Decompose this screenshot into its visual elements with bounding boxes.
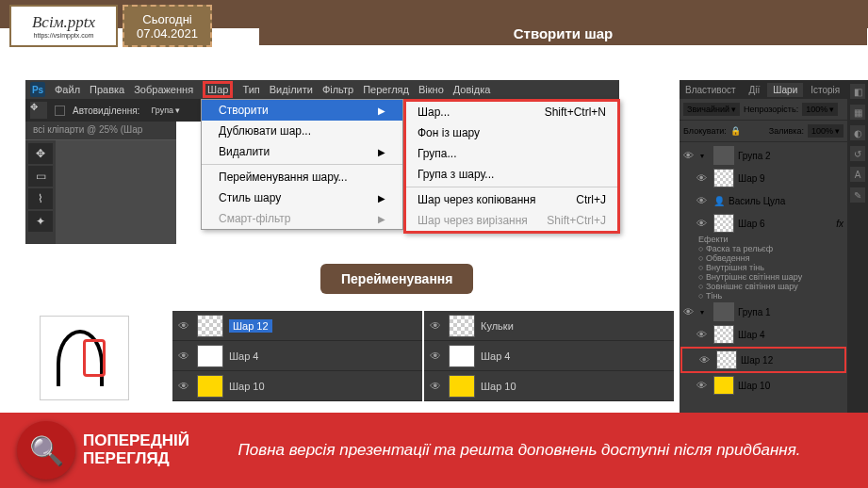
layer-row[interactable]: 👁 Шар 4 xyxy=(424,341,674,371)
lasso-tool[interactable]: ⌇ xyxy=(28,188,53,209)
layers-panel-left: 👁 Шар 12 👁 Шар 4 👁 Шар 10 xyxy=(172,311,422,401)
layer-row[interactable]: 👁 Шар 4 xyxy=(172,341,422,371)
layer-row-editing[interactable]: 👁 Шар 12 xyxy=(172,311,422,341)
history-icon[interactable]: ↺ xyxy=(850,146,865,161)
layer-row[interactable]: 👁 Шар 10 xyxy=(424,371,674,401)
fill-value[interactable]: 100%▾ xyxy=(808,124,843,138)
menu-image[interactable]: Зображення xyxy=(134,84,193,95)
autoselect-dropdown[interactable]: Група▾ xyxy=(147,104,184,117)
layer-row[interactable]: 👁Шар 6fx xyxy=(680,212,847,235)
fx-outer-glow[interactable]: ○ Зовнішнє світіння шару xyxy=(680,282,847,291)
menu-filter[interactable]: Фільтр xyxy=(322,84,353,95)
layer-thumb xyxy=(197,345,223,367)
fx-inner-glow[interactable]: ○ Внутрішнє світіння шару xyxy=(680,272,847,282)
menu-window[interactable]: Вікно xyxy=(418,84,444,95)
submenu-group[interactable]: Група... xyxy=(406,143,617,164)
layer-row[interactable]: 👁 Шар 10 xyxy=(172,371,422,401)
text-icon[interactable]: A xyxy=(850,167,865,182)
tab-history[interactable]: Історія xyxy=(805,83,845,97)
submenu-cut: Шар через вирізанняShift+Ctrl+J xyxy=(406,210,617,231)
menu-type[interactable]: Тип xyxy=(242,84,259,95)
tab-layers[interactable]: Шари xyxy=(767,83,803,97)
logo-url: https://vsimpptx.com xyxy=(34,32,94,39)
marquee-tool[interactable]: ▭ xyxy=(28,166,53,187)
blend-mode-row: Звичайний▾ Непрозорість: 100%▾ xyxy=(680,99,847,121)
submenu-bg[interactable]: Фон із шару xyxy=(406,122,617,143)
layer-name: Шар 4 xyxy=(229,350,259,362)
photoshop-app-icon: Ps xyxy=(30,82,45,97)
layer-thumb xyxy=(197,315,223,337)
layer-row[interactable]: 👁Шар 9 xyxy=(680,167,847,189)
tab-properties[interactable]: Властивост xyxy=(680,83,742,97)
fx-inner[interactable]: ○ Внутрішня тінь xyxy=(680,263,847,272)
layer-row[interactable]: 👁Шар 4 xyxy=(680,323,847,346)
layer-name: Шар 10 xyxy=(481,381,516,392)
group-row[interactable]: 👁▾Група 1 xyxy=(680,301,847,323)
layer-row[interactable]: 👁👤Василь Цула xyxy=(680,189,847,212)
group-row[interactable]: 👁▾Група 2 xyxy=(680,144,847,167)
wand-tool[interactable]: ✦ xyxy=(28,211,53,232)
menu-view[interactable]: Перегляд xyxy=(363,84,409,95)
fx-drop[interactable]: ○ Тінь xyxy=(680,291,847,301)
visibility-icon[interactable]: 👁 xyxy=(176,379,191,394)
colors-icon[interactable]: ◧ xyxy=(850,84,865,99)
adjust-icon[interactable]: ◐ xyxy=(850,125,865,140)
visibility-icon[interactable]: 👁 xyxy=(176,349,191,364)
create-submenu: Шар...Shift+Ctrl+N Фон із шару Група... … xyxy=(403,99,620,234)
right-panel-tabs: Властивост Дії Шари Історія xyxy=(680,80,847,99)
lock-label: Блокувати: xyxy=(683,126,727,136)
menu-delete[interactable]: Видалити▶ xyxy=(202,141,402,162)
menu-create[interactable]: Створити▶ xyxy=(202,100,402,121)
opacity-label: Непрозорість: xyxy=(744,105,798,114)
layer-name: Шар 4 xyxy=(481,350,511,362)
fx-bevel[interactable]: ○ Фаска та рельєф xyxy=(680,244,847,253)
menu-select[interactable]: Виділити xyxy=(270,84,313,95)
menu-rename[interactable]: Перейменування шару... xyxy=(202,167,402,187)
date-value: 07.04.2021 xyxy=(137,26,198,41)
move-tool-icon[interactable]: ✥ xyxy=(30,102,47,119)
visibility-icon[interactable]: 👁 xyxy=(428,349,443,364)
canvas-area[interactable] xyxy=(56,140,176,244)
lock-row: Блокувати: 🔒 Заливка: 100%▾ xyxy=(680,121,847,142)
layer-name-input[interactable]: Шар 12 xyxy=(229,319,272,333)
banner-message: Повна версія презентації та решта доповн… xyxy=(189,440,868,461)
submenu-group-from[interactable]: Група з шару... xyxy=(406,164,617,185)
blend-mode-dropdown[interactable]: Звичайний▾ xyxy=(683,103,740,116)
document-tab[interactable]: всі кліпарти @ 25% (Шар xyxy=(25,122,176,140)
fx-stroke[interactable]: ○ Обведення xyxy=(680,253,847,263)
autoselect-checkbox[interactable] xyxy=(55,106,65,116)
folder-icon xyxy=(713,146,734,165)
lock-icon[interactable]: 🔒 xyxy=(730,126,741,136)
menu-edit[interactable]: Правка xyxy=(90,84,124,95)
logo-text: Всім.pptx xyxy=(32,13,95,32)
visibility-icon[interactable]: 👁 xyxy=(176,318,191,333)
menu-help[interactable]: Довідка xyxy=(453,84,491,95)
layer-thumb xyxy=(449,315,475,337)
submenu-layer[interactable]: Шар...Shift+Ctrl+N xyxy=(406,102,617,122)
menu-file[interactable]: Файл xyxy=(55,84,80,95)
layer-row[interactable]: 👁 Кульки xyxy=(424,311,674,341)
layer-row-highlighted[interactable]: 👁Шар 12 xyxy=(680,347,846,373)
opacity-value[interactable]: 100%▾ xyxy=(802,103,838,116)
layers-panel-right: 👁 Кульки 👁 Шар 4 👁 Шар 10 xyxy=(424,311,674,401)
visibility-icon[interactable]: 👁 xyxy=(428,318,443,333)
layer-row[interactable]: 👁Шар 10 xyxy=(680,374,847,397)
swatches-icon[interactable]: ▦ xyxy=(850,105,865,120)
layer-name: Кульки xyxy=(481,320,514,332)
logo-box: Всім.pptx https://vsimpptx.com xyxy=(9,5,118,47)
rename-badge: Перейменування xyxy=(320,264,473,294)
move-tool[interactable]: ✥ xyxy=(28,143,53,164)
effects-label: Ефекти xyxy=(680,235,847,244)
brush-icon[interactable]: ✎ xyxy=(850,187,865,203)
tools-panel: ✥ ▭ ⌇ ✦ xyxy=(25,140,56,244)
autoselect-label: Автовиділення: xyxy=(73,106,139,116)
menu-layer[interactable]: Шар xyxy=(203,81,233,98)
photoshop-menubar: Ps Файл Правка Зображення Шар Тип Виділи… xyxy=(25,80,619,99)
layer-name: Шар 10 xyxy=(229,381,265,392)
menu-style[interactable]: Стиль шару▶ xyxy=(202,187,402,208)
menu-duplicate[interactable]: Дублювати шар... xyxy=(202,121,402,141)
submenu-copy[interactable]: Шар через копіюванняCtrl+J xyxy=(406,189,617,210)
tab-actions[interactable]: Дії xyxy=(744,83,766,97)
preview-banner: 🔍 ПОПЕРЕДНІЙ ПЕРЕГЛЯД Повна версія презе… xyxy=(0,413,868,488)
visibility-icon[interactable]: 👁 xyxy=(428,379,443,394)
